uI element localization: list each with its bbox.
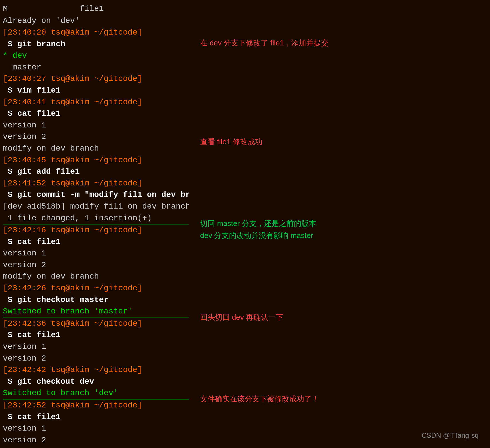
prompt-2: [23:40:27 tsq@akim ~/gitcode]: [3, 73, 189, 85]
prompt-4: [23:40:45 tsq@akim ~/gitcode]: [3, 155, 189, 166]
annotation-text-3: 切回 master 分支，还是之前的版本: [200, 218, 479, 230]
watermark: CSDN @TTang-sq: [422, 431, 479, 439]
header-line-1: M file1: [3, 3, 189, 15]
out-v2-1: version 2: [3, 131, 189, 143]
prompt-10: [23:42:52 tsq@akim ~/gitcode]: [3, 400, 189, 411]
annotation-panel: 在 dev 分支下修改了 file1，添加并提交 查看 file1 修改成功 切…: [189, 0, 490, 448]
annotation-1: 在 dev 分支下修改了 file1，添加并提交: [200, 29, 479, 58]
out-v2-2: version 2: [3, 259, 189, 271]
out-switched-master: Switched to branch 'master': [3, 306, 189, 317]
output-branch-master: master: [3, 62, 189, 73]
annotation-2: 查看 file1 修改成功: [200, 127, 479, 157]
annotation-5: 文件确实在该分支下被修改成功了！: [200, 385, 479, 414]
out-v1-3: version 1: [3, 341, 189, 353]
out-mod-1: modify on dev branch: [3, 143, 189, 155]
out-switched-dev: Switched to branch 'dev': [3, 387, 189, 399]
out-v1-1: version 1: [3, 120, 189, 131]
terminal-panel: M file1 Already on 'dev' [23:40:20 tsq@a…: [0, 0, 189, 448]
prompt-3: [23:40:41 tsq@akim ~/gitcode]: [3, 97, 189, 108]
cmd-2: $ vim file1: [3, 85, 189, 97]
out-v1-2: version 1: [3, 248, 189, 259]
cmd-4: $ git add file1: [3, 166, 189, 178]
header-line-2: Already on 'dev': [3, 15, 189, 27]
cmd-7: $ git checkout master: [3, 294, 189, 306]
cmd-6: $ cat file1: [3, 236, 189, 248]
cmd-10: $ cat file1: [3, 411, 189, 423]
prompt-6: [23:42:16 tsq@akim ~/gitcode]: [3, 225, 189, 236]
out-v1-4: version 1: [3, 423, 189, 435]
annotation-text-5: 文件确实在该分支下被修改成功了！: [200, 393, 479, 405]
out-commit-1: [dev a1d518b] modify fil1 on dev branch: [3, 201, 189, 213]
annotation-text-4: 回头切回 dev 再确认一下: [200, 311, 479, 323]
annotation-text-3b: dev 分支的改动并没有影响 master: [200, 230, 479, 242]
prompt-7: [23:42:26 tsq@akim ~/gitcode]: [3, 283, 189, 294]
prompt-5: [23:41:52 tsq@akim ~/gitcode]: [3, 178, 189, 189]
out-v2-4: version 2: [3, 435, 189, 446]
prompt-1: [23:40:20 tsq@akim ~/gitcode]: [3, 27, 189, 39]
cmd-9: $ git checkout dev: [3, 376, 189, 388]
cmd-3: $ cat file1: [3, 108, 189, 120]
output-branch-dev: * dev: [3, 50, 189, 62]
cmd-8: $ cat file1: [3, 329, 189, 341]
annotation-3: 切回 master 分支，还是之前的版本 dev 分支的改动并没有影响 mast…: [200, 209, 479, 250]
out-v2-3: version 2: [3, 353, 189, 365]
out-mod-3: modify on dev branch: [3, 446, 189, 448]
annotation-4: 回头切回 dev 再确认一下: [200, 303, 479, 332]
cmd-5: $ git commit -m "modify fil1 on dev bran…: [3, 189, 189, 201]
cmd-1: $ git branch: [3, 39, 189, 50]
out-commit-2: 1 file changed, 1 insertion(+): [3, 213, 189, 224]
annotation-text-2: 查看 file1 修改成功: [200, 136, 479, 148]
prompt-8: [23:42:36 tsq@akim ~/gitcode]: [3, 318, 189, 330]
out-mod-2: modify on dev branch: [3, 271, 189, 283]
annotation-text-1: 在 dev 分支下修改了 file1，添加并提交: [200, 37, 479, 49]
prompt-9: [23:42:42 tsq@akim ~/gitcode]: [3, 364, 189, 376]
